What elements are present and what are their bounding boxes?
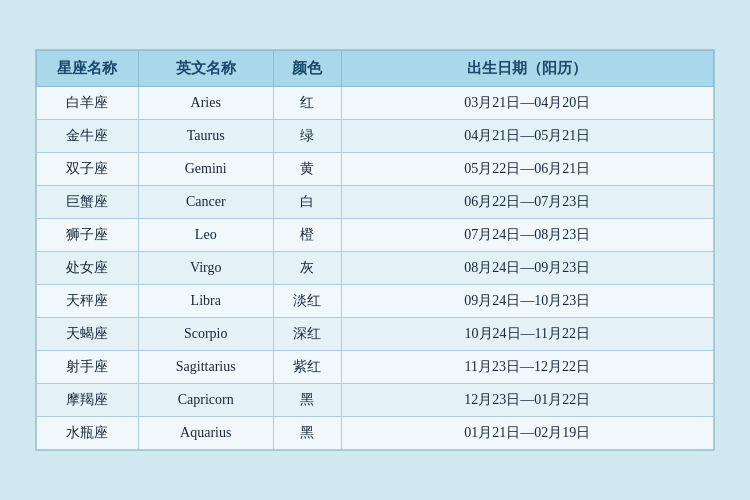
cell-color: 灰 bbox=[273, 252, 341, 285]
cell-en-name: Aries bbox=[138, 87, 273, 120]
cell-date: 06月22日—07月23日 bbox=[341, 186, 713, 219]
cell-date: 03月21日—04月20日 bbox=[341, 87, 713, 120]
cell-color: 橙 bbox=[273, 219, 341, 252]
cell-en-name: Libra bbox=[138, 285, 273, 318]
cell-color: 淡红 bbox=[273, 285, 341, 318]
cell-color: 黑 bbox=[273, 417, 341, 450]
cell-en-name: Cancer bbox=[138, 186, 273, 219]
cell-en-name: Aquarius bbox=[138, 417, 273, 450]
cell-cn-name: 处女座 bbox=[37, 252, 139, 285]
zodiac-table-container: 星座名称 英文名称 颜色 出生日期（阳历） 白羊座Aries红03月21日—04… bbox=[35, 49, 715, 451]
cell-color: 深红 bbox=[273, 318, 341, 351]
table-header-row: 星座名称 英文名称 颜色 出生日期（阳历） bbox=[37, 51, 714, 87]
cell-color: 白 bbox=[273, 186, 341, 219]
cell-en-name: Capricorn bbox=[138, 384, 273, 417]
table-row: 水瓶座Aquarius黑01月21日—02月19日 bbox=[37, 417, 714, 450]
cell-cn-name: 天蝎座 bbox=[37, 318, 139, 351]
cell-en-name: Gemini bbox=[138, 153, 273, 186]
table-row: 天秤座Libra淡红09月24日—10月23日 bbox=[37, 285, 714, 318]
cell-date: 05月22日—06月21日 bbox=[341, 153, 713, 186]
cell-cn-name: 天秤座 bbox=[37, 285, 139, 318]
cell-color: 绿 bbox=[273, 120, 341, 153]
cell-en-name: Virgo bbox=[138, 252, 273, 285]
cell-date: 04月21日—05月21日 bbox=[341, 120, 713, 153]
cell-date: 08月24日—09月23日 bbox=[341, 252, 713, 285]
cell-date: 11月23日—12月22日 bbox=[341, 351, 713, 384]
cell-color: 黑 bbox=[273, 384, 341, 417]
table-row: 摩羯座Capricorn黑12月23日—01月22日 bbox=[37, 384, 714, 417]
table-row: 狮子座Leo橙07月24日—08月23日 bbox=[37, 219, 714, 252]
header-en-name: 英文名称 bbox=[138, 51, 273, 87]
cell-date: 01月21日—02月19日 bbox=[341, 417, 713, 450]
cell-cn-name: 摩羯座 bbox=[37, 384, 139, 417]
cell-en-name: Taurus bbox=[138, 120, 273, 153]
table-row: 双子座Gemini黄05月22日—06月21日 bbox=[37, 153, 714, 186]
cell-en-name: Scorpio bbox=[138, 318, 273, 351]
cell-color: 紫红 bbox=[273, 351, 341, 384]
cell-date: 12月23日—01月22日 bbox=[341, 384, 713, 417]
header-cn-name: 星座名称 bbox=[37, 51, 139, 87]
cell-cn-name: 双子座 bbox=[37, 153, 139, 186]
cell-en-name: Leo bbox=[138, 219, 273, 252]
cell-cn-name: 巨蟹座 bbox=[37, 186, 139, 219]
table-row: 天蝎座Scorpio深红10月24日—11月22日 bbox=[37, 318, 714, 351]
table-row: 巨蟹座Cancer白06月22日—07月23日 bbox=[37, 186, 714, 219]
table-row: 处女座Virgo灰08月24日—09月23日 bbox=[37, 252, 714, 285]
cell-date: 07月24日—08月23日 bbox=[341, 219, 713, 252]
header-color: 颜色 bbox=[273, 51, 341, 87]
table-row: 金牛座Taurus绿04月21日—05月21日 bbox=[37, 120, 714, 153]
cell-cn-name: 白羊座 bbox=[37, 87, 139, 120]
table-row: 射手座Sagittarius紫红11月23日—12月22日 bbox=[37, 351, 714, 384]
zodiac-table: 星座名称 英文名称 颜色 出生日期（阳历） 白羊座Aries红03月21日—04… bbox=[36, 50, 714, 450]
cell-color: 黄 bbox=[273, 153, 341, 186]
cell-date: 10月24日—11月22日 bbox=[341, 318, 713, 351]
cell-cn-name: 水瓶座 bbox=[37, 417, 139, 450]
cell-cn-name: 射手座 bbox=[37, 351, 139, 384]
cell-color: 红 bbox=[273, 87, 341, 120]
cell-cn-name: 狮子座 bbox=[37, 219, 139, 252]
cell-date: 09月24日—10月23日 bbox=[341, 285, 713, 318]
table-row: 白羊座Aries红03月21日—04月20日 bbox=[37, 87, 714, 120]
cell-en-name: Sagittarius bbox=[138, 351, 273, 384]
cell-cn-name: 金牛座 bbox=[37, 120, 139, 153]
header-date: 出生日期（阳历） bbox=[341, 51, 713, 87]
